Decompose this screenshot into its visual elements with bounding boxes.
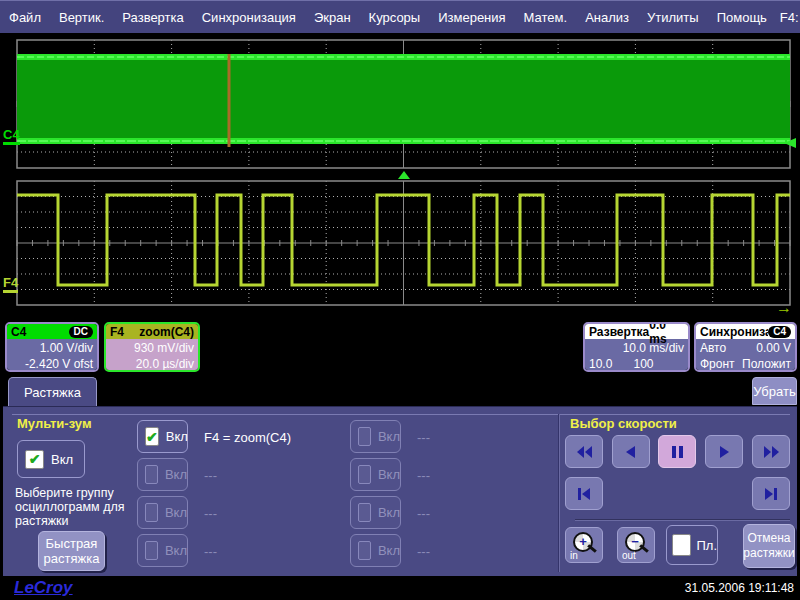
trigger-body: Авто 0.00 V Фронт Положит bbox=[696, 339, 795, 372]
c4-trace-label[interactable]: C4 bbox=[3, 128, 20, 145]
zoom-slot-right-2-checkbox[interactable]: Вкл bbox=[350, 458, 401, 491]
f4-descriptor-body: 930 mV/div 20.0 µs/div bbox=[106, 339, 198, 372]
c4-coupling-badge: DC bbox=[69, 326, 93, 338]
zoom-in-label: in bbox=[570, 550, 578, 561]
step-back-button[interactable] bbox=[612, 435, 650, 468]
play-icon bbox=[716, 444, 733, 460]
checkbox-unchecked-icon bbox=[145, 465, 158, 484]
zoom-slot-right-3-checkbox[interactable]: Вкл bbox=[350, 496, 401, 529]
cancel-zoom-button[interactable]: Отменарастяжки bbox=[743, 524, 795, 568]
status-bar: LeCroy 31.05.2006 19:11:48 bbox=[0, 576, 800, 600]
c4-descriptor-header: C4 DC bbox=[7, 324, 97, 339]
menu-item-экран[interactable]: Экран bbox=[305, 10, 360, 25]
f4-descriptor[interactable]: F4 zoom(C4) 930 mV/div 20.0 µs/div bbox=[104, 322, 200, 372]
datetime: 31.05.2006 19:11:48 bbox=[685, 581, 794, 595]
skip-end-icon bbox=[763, 486, 780, 502]
f4-trace-label[interactable]: F4 bbox=[3, 276, 18, 293]
zoom-out-button[interactable]: − out bbox=[617, 527, 655, 563]
trigger-slope: Положит bbox=[742, 356, 791, 372]
menu-item-синхронизация[interactable]: Синхронизация bbox=[193, 10, 305, 25]
slot-on-label: Вкл bbox=[378, 543, 400, 558]
c4-descriptor[interactable]: C4 DC 1.00 V/div -2.420 V ofst bbox=[5, 322, 99, 372]
slot-on-label: Вкл bbox=[165, 543, 187, 558]
zoom-slot-left-4-checkbox[interactable]: Вкл bbox=[137, 534, 188, 567]
checkbox-unchecked-icon bbox=[358, 503, 371, 522]
zoom-slot-left-3-checkbox[interactable]: Вкл bbox=[137, 496, 188, 529]
fast-forward-button[interactable] bbox=[752, 435, 790, 468]
checkbox-unchecked-icon bbox=[145, 541, 158, 560]
zoom-in-button[interactable]: + in bbox=[565, 527, 603, 563]
f4-descriptor-header: F4 zoom(C4) bbox=[106, 324, 198, 339]
menu-item-помощь[interactable]: Помощь bbox=[708, 10, 776, 25]
oscilloscope-screen: ФайлВертик.РазверткаСинхронизацияЭкранКу… bbox=[0, 0, 800, 600]
menu-item-развертка[interactable]: Развертка bbox=[113, 10, 192, 25]
play-button[interactable] bbox=[705, 435, 743, 468]
tab-zoom-dialog[interactable]: Растяжка bbox=[8, 377, 97, 406]
menu-bar: ФайлВертик.РазверткаСинхронизацияЭкранКу… bbox=[0, 0, 800, 34]
rewind-icon bbox=[576, 444, 593, 460]
trigger-mode: Авто bbox=[700, 340, 726, 356]
skip-start-button[interactable] bbox=[565, 477, 603, 510]
timebase-title: Развертка bbox=[589, 325, 649, 339]
zoom-slot-left-2-desc: --- bbox=[204, 468, 217, 483]
checkbox-unchecked-icon bbox=[672, 534, 691, 556]
float-checkbox[interactable]: Пл. bbox=[666, 525, 718, 565]
c4-name: C4 bbox=[11, 325, 26, 339]
menu-item-измерения[interactable]: Измерения bbox=[429, 10, 514, 25]
f4-name: F4 bbox=[110, 325, 124, 339]
lecroy-logo[interactable]: LeCroy bbox=[14, 578, 73, 598]
menu-items: ФайлВертик.РазверткаСинхронизацияЭкранКу… bbox=[0, 10, 776, 25]
slot-on-label: Вкл bbox=[166, 429, 188, 444]
zoom-slot-right-1-desc: --- bbox=[417, 430, 430, 445]
pause-icon bbox=[669, 444, 686, 460]
menu-item-анализ[interactable]: Анализ bbox=[576, 10, 638, 25]
menu-item-матем[interactable]: Матем. bbox=[515, 10, 577, 25]
checkbox-checked-icon: ✔ bbox=[25, 450, 44, 469]
trigger-level: 0.00 V bbox=[756, 340, 791, 356]
multizoom-on-label: Вкл bbox=[51, 452, 73, 467]
slot-on-label: Вкл bbox=[378, 505, 400, 520]
trigger-header: Синхрониза C4 bbox=[696, 324, 795, 339]
slot-on-label: Вкл bbox=[165, 505, 187, 520]
checkbox-unchecked-icon bbox=[145, 503, 158, 522]
fast-forward-icon bbox=[763, 444, 780, 460]
c4-vdiv: 1.00 V/div bbox=[11, 340, 93, 356]
panel-divider bbox=[12, 414, 790, 415]
menu-item-вертик[interactable]: Вертик. bbox=[50, 10, 113, 25]
slot-on-label: Вкл bbox=[378, 467, 400, 482]
skip-end-button[interactable] bbox=[752, 477, 790, 510]
close-dialog-button[interactable]: Убрать bbox=[752, 377, 797, 405]
menu-item-файл[interactable]: Файл bbox=[0, 10, 50, 25]
timebase-descriptor[interactable]: Развертка 0.0 ms 10.0 ms/div 10.0 MS 100… bbox=[583, 322, 690, 372]
rewind-button[interactable] bbox=[565, 435, 603, 468]
zoom-slot-left-1-checkbox[interactable]: ✔Вкл bbox=[137, 420, 188, 453]
slot-on-label: Вкл bbox=[165, 467, 187, 482]
menu-item-утилиты[interactable]: Утилиты bbox=[638, 10, 708, 25]
zoom-slot-right-3-desc: --- bbox=[417, 506, 430, 521]
f4-function: zoom(C4) bbox=[139, 325, 194, 339]
trigger-kind: Фронт bbox=[700, 356, 735, 372]
zoom-slot-right-1-checkbox[interactable]: Вкл bbox=[350, 420, 401, 453]
speed-divider bbox=[575, 519, 790, 521]
trigger-descriptor[interactable]: Синхрониза C4 Авто 0.00 V Фронт Положит bbox=[694, 322, 797, 372]
pause-button[interactable] bbox=[658, 435, 696, 468]
skip-start-icon bbox=[576, 486, 593, 502]
timebase-header: Развертка 0.0 ms bbox=[585, 324, 688, 339]
f4-vdiv: 930 mV/div bbox=[110, 340, 194, 356]
float-label: Пл. bbox=[696, 538, 717, 553]
section-divider bbox=[558, 414, 560, 572]
f4-tdiv: 20.0 µs/div bbox=[110, 356, 194, 372]
quick-zoom-button[interactable]: Быстраярастяжка bbox=[38, 531, 105, 571]
trigger-source-badge: C4 bbox=[768, 326, 791, 338]
step-back-icon bbox=[623, 444, 640, 460]
zoom-out-label: out bbox=[622, 550, 636, 561]
scroll-right-icon[interactable]: → bbox=[776, 299, 792, 317]
zoom-slot-left-2-checkbox[interactable]: Вкл bbox=[137, 458, 188, 491]
multizoom-on-checkbox[interactable]: ✔ Вкл bbox=[17, 440, 85, 478]
checkbox-unchecked-icon bbox=[358, 465, 371, 484]
checkbox-checked-icon: ✔ bbox=[145, 427, 159, 446]
menu-item-курсоры[interactable]: Курсоры bbox=[360, 10, 430, 25]
zoom-slot-right-4-checkbox[interactable]: Вкл bbox=[350, 534, 401, 567]
timebase-samples: 10.0 MS bbox=[589, 356, 634, 372]
zoom-hint-text: Выберите группуосциллограмм длярастяжки bbox=[15, 486, 140, 528]
